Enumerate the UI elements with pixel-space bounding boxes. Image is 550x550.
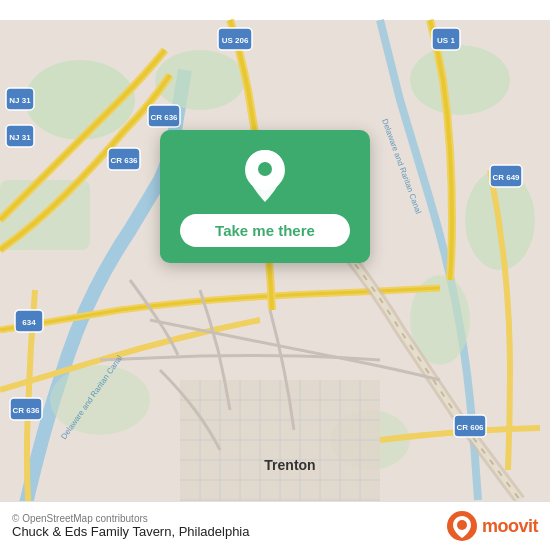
moovit-logo: moovit xyxy=(446,510,538,542)
svg-text:CR 636: CR 636 xyxy=(150,113,178,122)
button-overlay: Take me there xyxy=(160,130,370,263)
svg-point-52 xyxy=(457,520,467,530)
venue-name: Chuck & Eds Family Tavern, Philadelphia xyxy=(12,524,250,539)
svg-text:634: 634 xyxy=(22,318,36,327)
bottom-left-info: © OpenStreetMap contributors Chuck & Eds… xyxy=(12,513,250,539)
moovit-icon xyxy=(446,510,478,542)
copyright-text: © OpenStreetMap contributors xyxy=(12,513,250,524)
svg-text:NJ 31: NJ 31 xyxy=(9,133,31,142)
moovit-label: moovit xyxy=(482,516,538,537)
svg-text:CR 636: CR 636 xyxy=(110,156,138,165)
svg-point-8 xyxy=(50,365,150,435)
svg-text:US 206: US 206 xyxy=(222,36,249,45)
take-me-there-button[interactable]: Take me there xyxy=(180,214,350,247)
svg-text:CR 606: CR 606 xyxy=(456,423,484,432)
location-pin-icon xyxy=(242,148,288,204)
svg-text:Trenton: Trenton xyxy=(264,457,315,473)
svg-text:NJ 31: NJ 31 xyxy=(9,96,31,105)
svg-point-50 xyxy=(258,162,272,176)
map-container: NJ 31 NJ 31 CR 636 CR 636 US 206 US 1 CR… xyxy=(0,0,550,550)
map-background: NJ 31 NJ 31 CR 636 CR 636 US 206 US 1 CR… xyxy=(0,0,550,550)
bottom-bar: © OpenStreetMap contributors Chuck & Eds… xyxy=(0,501,550,550)
svg-point-3 xyxy=(410,45,510,115)
svg-text:CR 649: CR 649 xyxy=(492,173,520,182)
svg-text:CR 636: CR 636 xyxy=(12,406,40,415)
svg-text:US 1: US 1 xyxy=(437,36,455,45)
